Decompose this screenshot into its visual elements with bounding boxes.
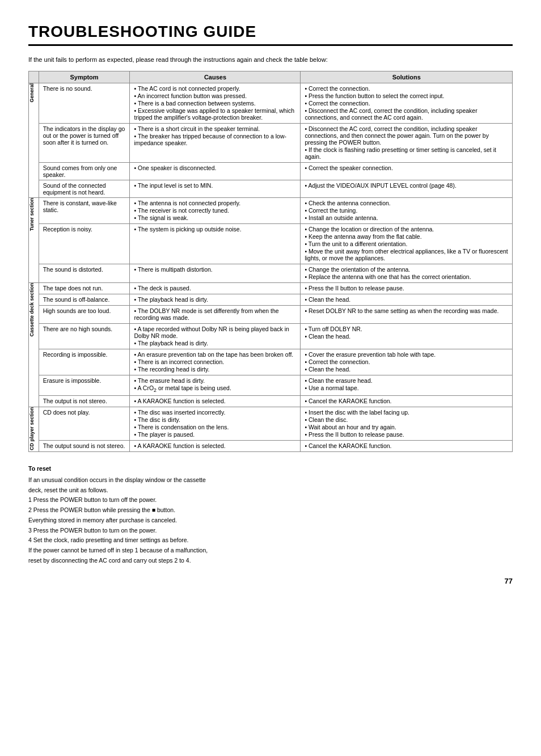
causes-cell: A KARAOKE function is selected. [130, 441, 301, 452]
symptom-cell: CD does not play. [39, 407, 130, 441]
solutions-cell: Check the antenna connection.Correct the… [301, 198, 513, 224]
symptom-cell: Reception is noisy. [39, 224, 130, 264]
troubleshooting-table: Symptom Causes Solutions GeneralThere is… [28, 71, 513, 452]
solutions-cell: Correct the connection.Press the functio… [301, 83, 513, 124]
causes-cell: The input level is set to MIN. [130, 180, 301, 198]
symptom-cell: The sound is distorted. [39, 264, 130, 283]
page-title: TROUBLESHOOTING GUIDE [28, 23, 513, 41]
symptom-cell: The output is not stereo. [39, 396, 130, 407]
solutions-cell: Change the location or direction of the … [301, 224, 513, 264]
symptom-cell: There is constant, wave-like static. [39, 198, 130, 224]
symptom-header: Symptom [39, 71, 130, 83]
causes-cell: The DOLBY NR mode is set differently fro… [130, 306, 301, 324]
symptom-cell: High sounds are too loud. [39, 306, 130, 324]
solutions-cell: Change the orientation of the antenna.Re… [301, 264, 513, 283]
title-divider [28, 44, 513, 46]
solutions-cell: Cancel the KARAOKE function. [301, 441, 513, 452]
section-label: Tuner section [29, 198, 35, 231]
section-label-cell: Tuner section [29, 198, 39, 283]
section-label-cell: General [29, 83, 39, 198]
causes-cell: A tape recorded without Dolby NR is bein… [130, 324, 301, 349]
solutions-cell: Disconnect the AC cord, correct the cond… [301, 124, 513, 163]
symptom-cell: The indicators in the display go out or … [39, 124, 130, 163]
symptom-cell: There are no high sounds. [39, 324, 130, 349]
symptom-cell: Sound of the connected equipment is not … [39, 180, 130, 198]
symptom-cell: Sound comes from only one speaker. [39, 163, 130, 180]
solutions-cell: Correct the speaker connection. [301, 163, 513, 180]
section-label: CD player section [29, 407, 35, 450]
reset-content: If an unusual condition occurs in the di… [28, 476, 513, 565]
intro-text: If the unit fails to perform as expected… [28, 56, 513, 63]
symptom-cell: Recording is impossible. [39, 349, 130, 375]
section-header [29, 71, 39, 83]
solutions-cell: Cover the erasure prevention tab hole wi… [301, 349, 513, 375]
causes-cell: The system is picking up outside noise. [130, 224, 301, 264]
section-label: General [29, 83, 35, 103]
solutions-cell: Clean the erasure head.Use a normal tape… [301, 375, 513, 396]
solutions-header: Solutions [301, 71, 513, 83]
symptom-cell: The sound is off-balance. [39, 294, 130, 306]
solutions-cell: Press the II button to release pause. [301, 283, 513, 294]
causes-cell: The erasure head is dirty.A CrO2 or meta… [130, 375, 301, 396]
causes-header: Causes [130, 71, 301, 83]
symptom-cell: The output sound is not stereo. [39, 441, 130, 452]
reset-section: To reset If an unusual condition occurs … [28, 464, 513, 565]
section-label-cell: CD player section [29, 407, 39, 452]
page-number: 77 [28, 577, 513, 585]
section-label-cell: Cassette deck section [29, 283, 39, 407]
causes-cell: The deck is paused. [130, 283, 301, 294]
solutions-cell: Turn off DOLBY NR.Clean the head. [301, 324, 513, 349]
causes-cell: The AC cord is not connected properly.An… [130, 83, 301, 124]
causes-cell: The disc was inserted incorrectly.The di… [130, 407, 301, 441]
symptom-cell: Erasure is impossible. [39, 375, 130, 396]
section-label: Cassette deck section [29, 283, 35, 337]
causes-cell: An erasure prevention tab on the tape ha… [130, 349, 301, 375]
causes-cell: The antenna is not connected properly.Th… [130, 198, 301, 224]
solutions-cell: Insert the disc with the label facing up… [301, 407, 513, 441]
solutions-cell: Cancel the KARAOKE function. [301, 396, 513, 407]
causes-cell: A KARAOKE function is selected. [130, 396, 301, 407]
causes-cell: There is multipath distortion. [130, 264, 301, 283]
reset-title: To reset [28, 464, 513, 474]
solutions-cell: Clean the head. [301, 294, 513, 306]
causes-cell: There is a short circuit in the speaker … [130, 124, 301, 163]
solutions-cell: Adjust the VIDEO/AUX INPUT LEVEL control… [301, 180, 513, 198]
symptom-cell: There is no sound. [39, 83, 130, 124]
symptom-cell: The tape does not run. [39, 283, 130, 294]
causes-cell: One speaker is disconnected. [130, 163, 301, 180]
causes-cell: The playback head is dirty. [130, 294, 301, 306]
solutions-cell: Reset DOLBY NR to the same setting as wh… [301, 306, 513, 324]
